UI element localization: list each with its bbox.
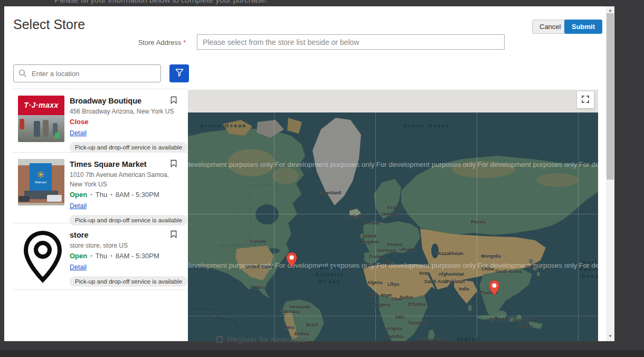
map-label-germany: Germany	[377, 248, 396, 253]
map-label-afghanistan: Afghanistan	[438, 271, 464, 277]
map-label-united-states: United States	[245, 264, 274, 270]
bullet-separator: •	[90, 253, 92, 259]
map-label-greenland: Greenland	[319, 190, 341, 196]
map-watermark: For development purposes only	[274, 161, 374, 168]
store-status-row: Close	[70, 118, 181, 126]
bullet-separator: •	[90, 192, 92, 198]
map-label-indian: Indian	[458, 336, 480, 341]
map-label-north-pacific-ocean: North Pacific Ocean	[580, 259, 598, 279]
map-label-iceland: Iceland	[347, 213, 363, 219]
map-label-libya: Libya	[387, 281, 399, 287]
map-label-norway: Norway	[364, 220, 380, 226]
background-instruction-text: Please fill your information below to co…	[54, 0, 268, 4]
map-label-algeria: Algeria	[367, 280, 383, 286]
map-label-saudi-arab: Saudi Arab	[424, 279, 448, 285]
store-list: T·J·maxx Broadway Boutique 456 Broadway …	[13, 89, 187, 290]
status-badge: Open	[70, 191, 87, 199]
required-asterisk: *	[183, 39, 186, 46]
map-label-france: France	[369, 254, 384, 260]
store-list-item-broadway-boutique[interactable]: T·J·maxx Broadway Boutique 456 Broadway …	[13, 89, 187, 153]
status-badge: Open	[70, 252, 87, 260]
store-list-item-store[interactable]: store store store, store US Open • Thu •…	[13, 223, 187, 290]
service-badge: Pick-up and drop-off service is availabl…	[70, 142, 187, 153]
cancel-button[interactable]: Cancel	[532, 20, 568, 34]
map-label-canada: Canada	[250, 239, 267, 245]
map-label-japan: Japan	[525, 264, 538, 270]
location-search-input[interactable]	[13, 64, 161, 82]
map-label-finland: Finland	[387, 205, 403, 211]
map-gridline	[578, 112, 579, 341]
walmart-logo-text: Walmart	[35, 181, 46, 184]
map-gridline	[188, 316, 598, 316]
newsletter-label: Register for Newsletter	[228, 335, 308, 344]
tjmaxx-logo-text: T·J·maxx	[24, 101, 58, 109]
map-marker[interactable]	[489, 280, 500, 296]
store-photo-tjmaxx: T·J·maxx	[18, 96, 64, 142]
store-address-input[interactable]	[197, 34, 505, 50]
store-address: store store, store US	[70, 241, 175, 250]
map-label-brazil: Brazil	[306, 322, 318, 328]
submit-button[interactable]: Submit	[564, 20, 602, 34]
status-hours: 8AM - 5:30PM	[116, 191, 159, 199]
service-badge: Pick-up and drop-off service is availabl…	[70, 276, 187, 287]
bookmark-icon[interactable]	[171, 159, 177, 170]
scroll-up-icon[interactable]: ▲	[606, 8, 614, 13]
store-status-row: Open • Thu • 8AM - 5:30PM	[70, 191, 181, 199]
store-status-row: Open • Thu • 8AM - 5:30PM	[70, 252, 181, 260]
map-label-colombia: Colombia	[279, 309, 300, 315]
map-label-angola: Angola	[387, 326, 402, 332]
map-gridline	[274, 112, 274, 341]
location-search	[13, 64, 161, 82]
bookmark-icon[interactable]	[171, 96, 177, 106]
status-day: Thu	[96, 191, 107, 199]
map-label-china: China	[481, 266, 494, 272]
store-address-label: Store Address	[138, 39, 182, 46]
map-label-namibia: Namibia	[386, 334, 403, 340]
map-label-ethiopia: Ethiopia	[408, 302, 426, 307]
map-label-papua-new-guinea: Papua New Guinea	[513, 317, 536, 330]
detail-link[interactable]: Detail	[70, 129, 87, 137]
map-watermark: For development purposes only	[477, 161, 577, 168]
map-label-spain: Spain	[365, 261, 377, 267]
detail-link[interactable]: Detail	[70, 264, 87, 271]
bullet-separator: •	[110, 192, 112, 198]
bookmark-icon[interactable]	[171, 230, 177, 240]
location-pin-icon	[18, 230, 67, 284]
map-gridline	[477, 112, 477, 341]
scroll-down-icon[interactable]: ▼	[606, 334, 614, 339]
map[interactable]: For development purposes onlyFor develop…	[188, 90, 598, 341]
search-icon	[18, 69, 27, 78]
map-label-mongolia: Mongolia	[481, 253, 500, 259]
newsletter-row: Register for Newsletter	[216, 335, 308, 344]
map-label-pacific-ocean: Pacific Ocean	[188, 264, 189, 278]
detail-link[interactable]: Detail	[70, 202, 87, 210]
map-label-india: India	[459, 286, 469, 292]
store-list-item-times-square-market[interactable]: ✳ Walmart Times Square Market 1010 7th A…	[13, 153, 187, 223]
map-label-niger: Niger	[381, 293, 392, 298]
fullscreen-button[interactable]	[577, 91, 594, 108]
map-landmasses	[188, 112, 598, 341]
map-label-drc: DRC	[395, 315, 405, 321]
select-store-dialog: Select Store Cancel Submit Store Address…	[4, 6, 614, 341]
status-hours: 8AM - 5:30PM	[116, 252, 159, 260]
newsletter-checkbox[interactable]	[216, 336, 223, 343]
map-ocean[interactable]: For development purposes onlyFor develop…	[188, 112, 598, 341]
store-address: 1010 7th Avenue American Samoa, New York…	[70, 170, 175, 189]
store-name: store	[70, 231, 181, 239]
store-name: Broadway Boutique	[70, 97, 181, 105]
map-watermark: For development purposes only	[579, 161, 598, 168]
status-day: Thu	[96, 252, 107, 260]
map-label-russia: Russia	[471, 219, 486, 225]
map-label-pakistan: Pakistan	[447, 279, 465, 285]
filter-button[interactable]	[169, 64, 189, 82]
map-label-north-atlantic-ocean: North Atlantic Ocean	[316, 265, 345, 285]
map-label-indonesia: Indonesia	[490, 316, 511, 322]
dialog-scrollbar[interactable]: ▲ ▼	[606, 6, 614, 341]
map-marker[interactable]	[286, 252, 297, 268]
walmart-spark-icon: ✳	[36, 170, 44, 180]
map-label-nigeria: Nigeria	[375, 302, 391, 308]
scrollbar-thumb[interactable]	[607, 13, 614, 180]
map-label-south-korea: South Korea	[495, 269, 522, 275]
map-label-arctic-ocean: Arctic Ocean	[403, 123, 450, 129]
screen: Please fill your information below to co…	[0, 0, 644, 357]
